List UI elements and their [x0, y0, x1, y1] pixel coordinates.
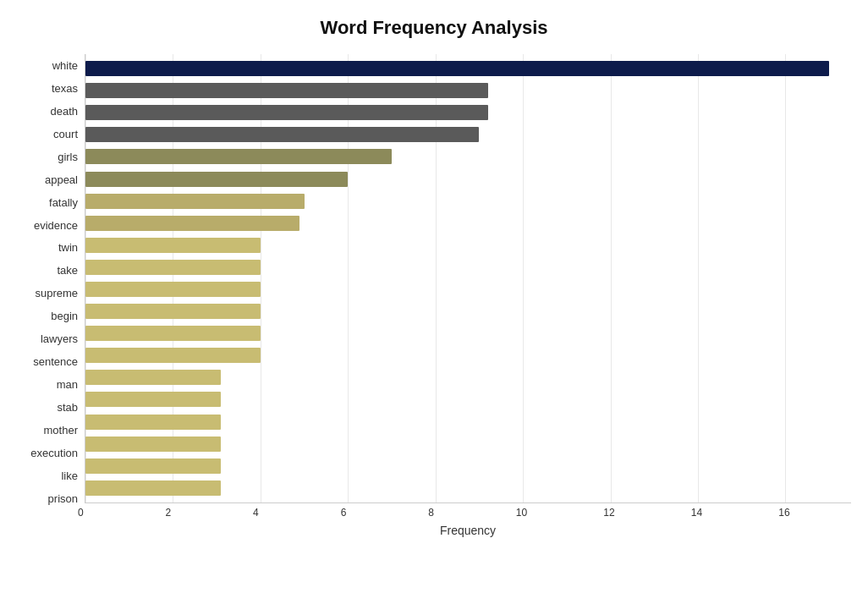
bar-row — [85, 479, 851, 497]
bar — [85, 216, 299, 231]
y-label: begin — [17, 305, 85, 327]
bar-row — [85, 103, 851, 122]
bar-row — [85, 192, 851, 211]
y-label: court — [17, 123, 85, 145]
y-label: execution — [17, 442, 85, 464]
bar — [85, 172, 348, 187]
bar — [85, 415, 221, 430]
y-label: evidence — [17, 214, 85, 236]
bar-row — [85, 280, 851, 299]
y-label: stab — [17, 397, 85, 419]
y-label: prison — [17, 487, 85, 509]
bar-row — [85, 59, 851, 78]
y-label: man — [17, 374, 85, 396]
bar-row — [85, 413, 851, 431]
y-label: fatally — [17, 191, 85, 213]
plot-area: 0246810121416 Frequency — [85, 54, 851, 537]
bar-row — [85, 346, 851, 365]
bar — [85, 61, 829, 76]
bar-row — [85, 302, 851, 321]
bar — [85, 480, 221, 496]
bar-row — [85, 81, 851, 100]
bar — [85, 458, 221, 474]
y-label: death — [17, 100, 85, 122]
y-label: take — [17, 260, 85, 282]
bar-row — [85, 258, 851, 277]
x-tick-label: 16 — [778, 507, 789, 519]
y-label: supreme — [17, 283, 85, 305]
bar-row — [85, 457, 851, 475]
y-label: girls — [17, 146, 85, 167]
chart-container: Word Frequency Analysis whitetexasdeathc… — [0, 0, 868, 593]
bar — [85, 83, 488, 98]
bars-section — [85, 54, 851, 503]
bar-row — [85, 214, 851, 233]
bar — [85, 304, 261, 319]
bar — [85, 437, 221, 452]
y-label: appeal — [17, 168, 85, 190]
bar — [85, 370, 221, 385]
y-label: lawyers — [17, 328, 85, 350]
bar — [85, 149, 392, 164]
y-axis-labels: whitetexasdeathcourtgirlsappealfatallyev… — [17, 54, 85, 537]
chart-title: Word Frequency Analysis — [17, 17, 851, 39]
bars-wrapper — [85, 54, 851, 502]
bar-row — [85, 324, 851, 343]
x-tick-label: 0 — [78, 507, 84, 519]
bar-row — [85, 435, 851, 453]
bar-row — [85, 170, 851, 189]
x-tick-label: 2 — [166, 507, 172, 519]
x-tick-label: 8 — [428, 507, 434, 519]
bar — [85, 194, 305, 209]
chart-area: whitetexasdeathcourtgirlsappealfatallyev… — [17, 54, 851, 537]
bar — [85, 392, 221, 407]
x-axis-title: Frequency — [85, 524, 851, 537]
bar-row — [85, 368, 851, 387]
bar — [85, 326, 261, 341]
x-tick-label: 6 — [341, 507, 347, 519]
y-label: white — [17, 54, 85, 76]
bar-row — [85, 390, 851, 409]
x-axis-labels: 0246810121416 — [85, 503, 851, 520]
x-tick-label: 12 — [603, 507, 614, 519]
y-label: like — [17, 464, 85, 486]
y-label: texas — [17, 77, 85, 99]
x-tick-label: 14 — [691, 507, 702, 519]
y-label: twin — [17, 237, 85, 259]
bar — [85, 105, 488, 120]
bar-row — [85, 147, 851, 166]
y-label: sentence — [17, 351, 85, 373]
bar-row — [85, 125, 851, 144]
bar — [85, 282, 261, 297]
y-label: mother — [17, 419, 85, 441]
bar — [85, 348, 261, 363]
x-tick-label: 10 — [516, 507, 527, 519]
bar-row — [85, 236, 851, 255]
bar — [85, 127, 479, 142]
x-tick-label: 4 — [253, 507, 259, 519]
bar — [85, 260, 261, 275]
bar — [85, 238, 261, 253]
